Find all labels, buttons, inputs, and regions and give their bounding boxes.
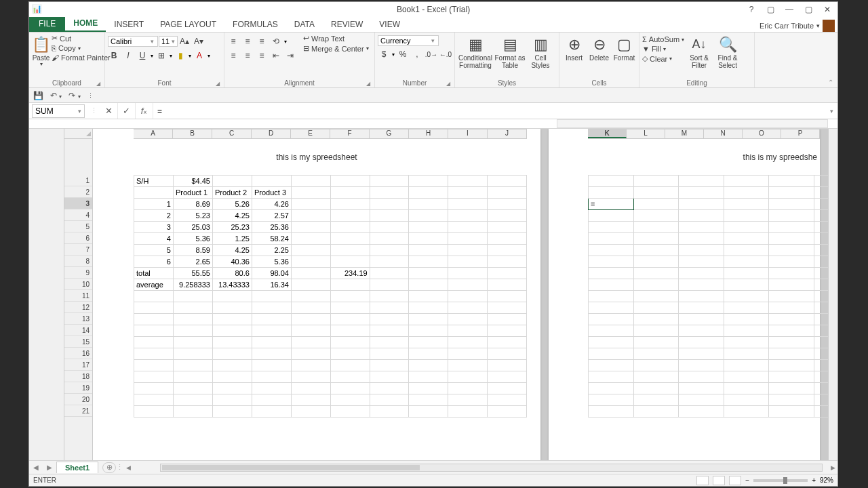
cell[interactable] [724,245,769,256]
cell[interactable] [769,199,814,210]
tab-view[interactable]: VIEW [371,17,408,32]
cell[interactable] [679,383,724,394]
user-dropdown-icon[interactable]: ▾ [816,22,820,29]
chevron-down-icon[interactable]: ▾ [78,108,81,115]
cell[interactable] [409,187,448,199]
cell[interactable] [488,302,527,314]
cell[interactable]: 16.34 [252,279,291,291]
cell[interactable] [330,360,370,371]
cell[interactable] [330,279,370,291]
cell[interactable] [370,383,409,394]
cell[interactable] [370,348,409,360]
chevron-down-icon[interactable]: ▾ [151,38,154,45]
cell[interactable] [633,314,679,325]
cell[interactable] [814,256,828,268]
chevron-down-icon[interactable]: ▾ [431,37,435,44]
row-header[interactable]: 15 [64,336,92,348]
row-header[interactable]: 9 [64,267,92,279]
align-left-button[interactable]: ≡ [227,49,239,62]
tab-insert[interactable]: INSERT [106,17,152,32]
normal-view-button[interactable] [696,476,709,485]
cell[interactable] [409,337,448,348]
row-header[interactable]: 11 [64,290,92,302]
cell[interactable] [589,245,634,256]
page-header-right[interactable]: this is my spreedshe [549,139,820,175]
cell[interactable] [291,325,330,337]
cell[interactable] [409,233,448,245]
fill-button[interactable]: ▼Fill ▾ [642,45,684,53]
cell[interactable] [252,314,291,325]
cancel-formula-button[interactable]: ✕ [100,103,118,119]
cell[interactable]: 5.36 [252,256,291,268]
cell[interactable] [173,406,212,418]
cell[interactable] [814,268,828,279]
cell[interactable] [633,383,679,394]
cell[interactable] [212,291,252,302]
cell[interactable] [769,360,814,371]
align-bottom-button[interactable]: ≡ [256,35,268,47]
cell[interactable] [291,302,330,314]
page-header-left[interactable]: this is my spreedsheet [93,139,540,175]
cell[interactable] [814,279,828,291]
cell[interactable] [633,302,679,314]
expand-formula-bar-icon[interactable]: ▾ [825,108,837,115]
orientation-button[interactable]: ⟲ [270,35,282,47]
cell[interactable] [448,348,488,360]
cell[interactable] [679,279,724,291]
cell[interactable] [633,348,679,360]
column-header[interactable]: A [134,129,173,138]
cell[interactable] [679,371,724,383]
cell[interactable]: average [134,279,174,291]
cell[interactable] [814,348,828,360]
cell[interactable]: 2.65 [173,256,212,268]
column-headers-right[interactable]: KLMNOP [588,129,820,139]
cell[interactable]: 2.57 [252,210,291,222]
cell[interactable] [409,210,448,222]
cell[interactable] [814,314,828,325]
cell[interactable]: Product 3 [252,187,291,199]
cell[interactable]: 234.19 [330,268,370,279]
cell[interactable] [409,279,448,291]
cell[interactable] [173,291,212,302]
column-header[interactable]: G [370,129,409,138]
cell[interactable] [814,394,828,406]
cell[interactable] [679,222,724,233]
cell[interactable] [252,360,291,371]
cell[interactable] [448,325,488,337]
cell[interactable]: 55.55 [173,268,212,279]
cell[interactable] [330,256,370,268]
cell[interactable] [291,394,330,406]
cell[interactable] [633,233,679,245]
cell[interactable] [814,210,828,222]
cell[interactable] [814,337,828,348]
cell[interactable] [633,176,679,187]
cell[interactable] [679,360,724,371]
cell[interactable] [173,302,212,314]
column-header[interactable]: N [704,129,743,138]
cell[interactable] [212,314,252,325]
cell[interactable] [291,337,330,348]
cell[interactable]: 8.59 [173,245,212,256]
cell[interactable] [633,222,679,233]
cell[interactable] [724,279,769,291]
cell[interactable] [252,325,291,337]
cell[interactable] [488,199,527,210]
decrease-indent-button[interactable]: ⇤ [270,49,282,62]
cell[interactable] [212,176,252,187]
cell[interactable] [252,291,291,302]
cell[interactable] [633,325,679,337]
cell[interactable] [370,199,409,210]
cell[interactable] [330,187,370,199]
cell[interactable] [409,406,448,418]
cell[interactable] [291,199,330,210]
conditional-formatting-button[interactable]: ▦Conditional Formatting [458,34,493,69]
cell[interactable] [291,406,330,418]
cell[interactable] [724,394,769,406]
cell[interactable]: 1 [134,199,174,210]
zoom-in-button[interactable]: + [812,476,816,484]
cell[interactable] [633,187,679,199]
clipboard-dialog-launcher[interactable]: ◢ [96,81,100,87]
cell[interactable]: Product 2 [212,187,252,199]
row-header[interactable]: 6 [64,232,92,244]
cell[interactable] [633,268,679,279]
